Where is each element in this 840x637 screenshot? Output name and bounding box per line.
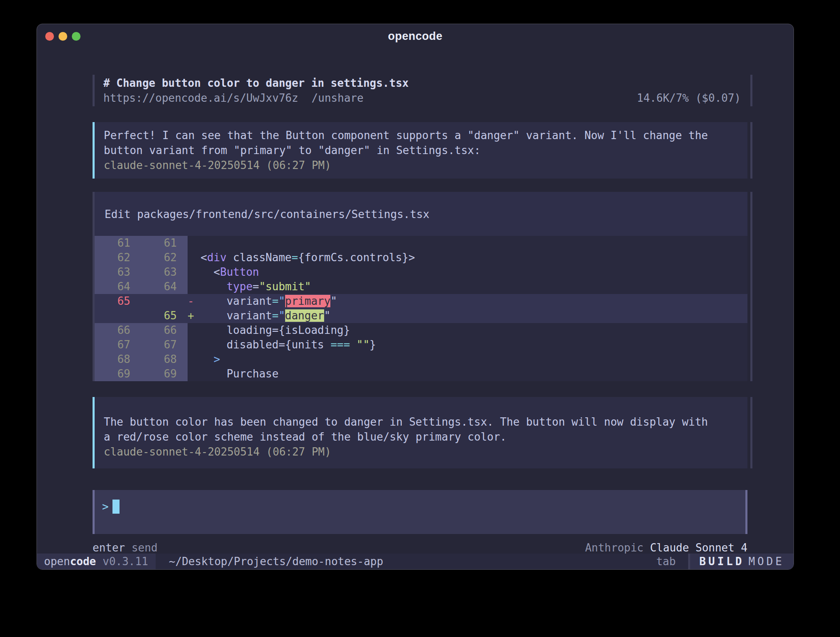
code-token: danger: [285, 309, 324, 322]
unshare-command[interactable]: /unshare: [312, 91, 364, 105]
old-line-number: 69: [95, 367, 141, 381]
diff-row-ctx: 6363 <Button: [95, 265, 747, 279]
share-url[interactable]: https://opencode.ai/s/UwJxv76z: [103, 91, 298, 105]
new-line-number: 61: [141, 236, 188, 250]
code-token: [350, 338, 357, 351]
code-token: type: [227, 280, 253, 293]
diff-code-line: loading={isLoading}: [188, 323, 747, 338]
tab-key-hint[interactable]: tab: [656, 555, 676, 568]
new-line-number: 67: [141, 338, 188, 352]
diff-row-ctx: 6161: [95, 236, 747, 250]
old-line-number: 64: [95, 279, 141, 294]
mode-bold-label: BUILD: [699, 555, 744, 568]
code-token: variant: [194, 295, 272, 307]
diff-gutter: 6666: [95, 323, 188, 338]
prompt-input[interactable]: >: [93, 490, 747, 534]
header-left-rail: [93, 75, 95, 106]
prompt-symbol: >: [102, 499, 109, 514]
model-name: Claude Sonnet 4: [650, 541, 747, 554]
message-right-rail: [750, 397, 752, 468]
diff-marker: +: [188, 309, 194, 322]
conversation-area: # Change button color to danger in setti…: [93, 48, 747, 555]
app-version: v0.3.11: [103, 555, 148, 568]
code-token: {isLoading}: [278, 324, 350, 336]
message-text-line: button variant from "primary" to "danger…: [104, 143, 737, 158]
assistant-message: The button color has been changed to dan…: [93, 397, 747, 468]
mode-segment[interactable]: BUILD MODE: [690, 554, 794, 569]
code-token: disabled: [194, 338, 279, 351]
diff-code-line: >: [188, 352, 747, 367]
code-token: <: [194, 251, 207, 264]
edit-tool-block: Edit packages/frontend/src/containers/Se…: [93, 192, 747, 381]
new-line-number: 65: [141, 309, 188, 323]
new-line-number: 68: [141, 352, 188, 367]
diff-marker: [188, 237, 194, 249]
app-version-segment: opencodev0.3.11: [37, 554, 156, 569]
old-line-number: 65: [95, 294, 141, 309]
code-token: ===: [330, 338, 350, 351]
session-title: # Change button color to danger in setti…: [103, 76, 747, 91]
code-token: =: [272, 309, 279, 322]
message-right-rail: [750, 122, 752, 179]
diff-gutter: 6363: [95, 265, 188, 279]
code-token: =: [272, 324, 279, 336]
new-line-number: 62: [141, 250, 188, 265]
diff-marker: [188, 338, 194, 351]
diff-gutter: 6464: [95, 279, 188, 294]
token-usage: 14.6K/7% ($0.07): [637, 91, 747, 105]
diff-code-line: disabled={units === ""}: [188, 338, 747, 352]
diff-gutter: 6262: [95, 250, 188, 265]
new-line-number: [141, 294, 188, 309]
edit-file-title: Edit packages/frontend/src/containers/Se…: [95, 192, 747, 236]
diff-gutter: 65: [95, 294, 188, 309]
code-token: =: [278, 338, 285, 351]
diff-marker: [188, 280, 194, 293]
mode-rest-label: MODE: [748, 555, 784, 568]
diff-marker: [188, 266, 194, 278]
code-token: >: [214, 353, 220, 365]
old-line-number: 63: [95, 265, 141, 279]
code-token: [194, 353, 214, 365]
code-token: [194, 280, 227, 293]
titlebar: opencode: [37, 24, 794, 48]
diff-row-ctx: 6666 loading={isLoading}: [95, 323, 747, 338]
provider-label: Anthropic: [585, 541, 644, 554]
header-right-rail: [750, 75, 752, 106]
old-line-number: 68: [95, 352, 141, 367]
session-header: # Change button color to danger in setti…: [93, 75, 747, 106]
working-directory: ~/Desktop/Projects/demo-notes-app: [169, 555, 383, 568]
code-token: =: [253, 280, 259, 293]
diff-gutter: 6161: [95, 236, 188, 250]
code-token: "submit": [259, 280, 311, 293]
diff-row-ctx: 6464 type="submit": [95, 279, 747, 294]
diff-row-add: 65+ variant="danger": [95, 309, 747, 323]
new-line-number: 69: [141, 367, 188, 381]
old-line-number: 67: [95, 338, 141, 352]
diff-marker: [188, 324, 194, 336]
code-token: "": [357, 338, 369, 351]
diff-marker: [188, 353, 194, 365]
assistant-message: Perfect! I can see that the Button compo…: [93, 122, 747, 179]
model-label: [644, 541, 650, 554]
code-token: ": [324, 309, 331, 322]
status-bar: opencodev0.3.11 ~/Desktop/Projects/demo-…: [37, 554, 794, 569]
code-token: ": [278, 295, 285, 307]
code-token: Purchase: [194, 368, 279, 380]
code-token: }: [369, 338, 376, 351]
diff-row-del: 65- variant="primary": [95, 294, 747, 309]
message-model-timestamp: claude-sonnet-4-20250514 (06:27 PM): [104, 444, 737, 459]
code-token: div: [207, 251, 227, 264]
diff-code-line: type="submit": [188, 279, 747, 294]
enter-key-hint: enter: [93, 541, 125, 555]
diff-code-line: <Button: [188, 265, 747, 279]
diff-code-line: [188, 236, 747, 250]
diff-marker: [188, 368, 194, 380]
edit-right-rail: [750, 192, 752, 381]
diff-gutter: 65: [95, 309, 188, 323]
code-token: ": [278, 309, 285, 322]
diff-row-ctx: 6868 >: [95, 352, 747, 367]
diff-code-line: + variant="danger": [188, 309, 747, 323]
hint-row: enter send Anthropic Claude Sonnet 4: [93, 541, 747, 555]
message-text-line: a red/rose color scheme instead of the b…: [104, 429, 737, 444]
diff-code-line: - variant="primary": [188, 294, 747, 309]
